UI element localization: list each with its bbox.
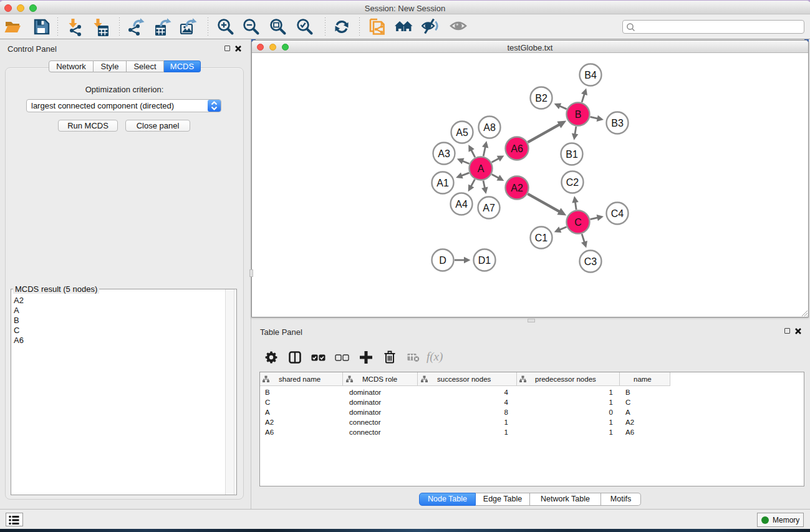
svg-text:B1: B1 [566, 149, 578, 160]
svg-text:B4: B4 [584, 70, 597, 80]
svg-text:C3: C3 [584, 256, 597, 267]
svg-text:A3: A3 [438, 148, 450, 159]
svg-text:B: B [575, 109, 582, 120]
svg-text:C: C [574, 217, 582, 228]
svg-text:A7: A7 [483, 203, 495, 213]
svg-text:D: D [439, 255, 446, 266]
svg-text:C4: C4 [611, 208, 624, 219]
svg-text:A1: A1 [436, 178, 449, 188]
svg-text:A2: A2 [511, 183, 523, 193]
svg-text:B3: B3 [611, 118, 624, 128]
svg-text:A6: A6 [511, 143, 523, 154]
svg-text:A4: A4 [455, 199, 468, 210]
svg-text:C1: C1 [535, 233, 548, 243]
svg-text:A: A [478, 163, 485, 174]
svg-text:B2: B2 [535, 93, 547, 104]
svg-text:C2: C2 [566, 177, 579, 188]
svg-text:A8: A8 [483, 122, 496, 133]
svg-text:D1: D1 [478, 255, 491, 266]
svg-text:A5: A5 [456, 127, 468, 138]
